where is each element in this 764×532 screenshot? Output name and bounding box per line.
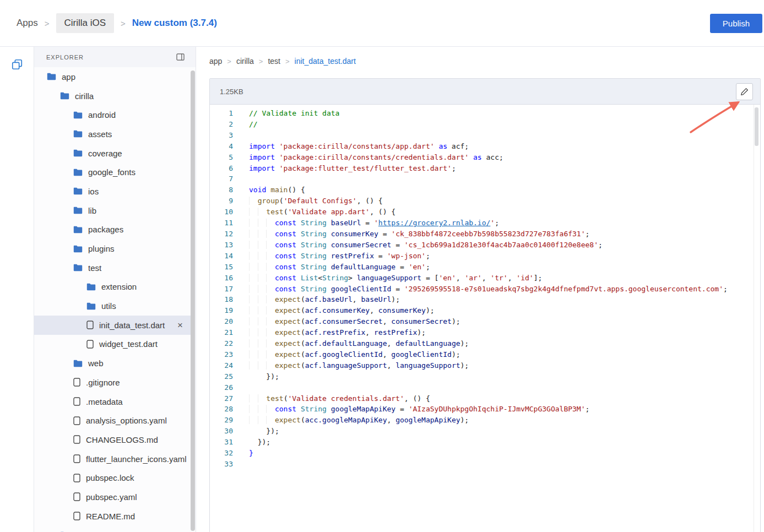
file-crumb-init-data-test-dart[interactable]: init_data_test.dart [295, 57, 356, 66]
tree-item-label: CHANGELOGS.md [86, 435, 158, 444]
tree-item-partial[interactable] [34, 526, 191, 532]
code-line[interactable]: 1// Validate init data [210, 108, 760, 119]
code-line[interactable]: 25 }); [210, 371, 760, 382]
code-text: void main() { [249, 184, 305, 196]
tree-item-widget-test-dart[interactable]: widget_test.dart [34, 335, 191, 354]
code-line[interactable]: 3 [210, 130, 760, 141]
code-line[interactable]: 15 const String defaultLanguage = 'en'; [210, 262, 760, 273]
code-line[interactable]: 11 const String baseUrl = 'https://groce… [210, 218, 760, 229]
code-line[interactable]: 23 expect(acf.googleClientId, googleClie… [210, 349, 760, 360]
tree-item-analysis-options-yaml[interactable]: analysis_options.yaml [34, 411, 191, 430]
activity-files-button[interactable] [10, 57, 24, 73]
tree-item-extension[interactable]: extension [34, 278, 191, 297]
code-line[interactable]: 19 expect(acf.consumerKey, consumerKey); [210, 305, 760, 316]
activity-bar [0, 47, 34, 532]
code-line[interactable]: 16 const List<String> languageSupport = … [210, 273, 760, 284]
tree-item-utils[interactable]: utils [34, 296, 191, 316]
folder-icon [73, 149, 83, 157]
folder-icon [86, 302, 96, 310]
code-line[interactable]: 8void main() { [210, 184, 760, 196]
tree-item-cirilla[interactable]: cirilla [34, 86, 191, 106]
tree-item-label: extension [101, 282, 137, 291]
code-line[interactable]: 2// [210, 119, 760, 130]
file-crumb-test[interactable]: test [268, 57, 280, 66]
code-line[interactable]: 20 expect(acf.consumerSecret, consumerSe… [210, 316, 760, 327]
code-text: expect(acc.googleMapApiKey, googleMapApi… [249, 415, 469, 426]
line-number: 5 [210, 152, 233, 163]
editor-header: 1.25KB [210, 79, 760, 105]
code-line[interactable]: 13 const String consumerSecret = 'cs_1cb… [210, 240, 760, 251]
code-text: const String googleClientId = '295269595… [249, 284, 728, 295]
tree-item-assets[interactable]: assets [34, 124, 191, 144]
tree-item-web[interactable]: web [34, 354, 191, 373]
collapse-panel-button[interactable] [175, 52, 186, 62]
copy-pages-icon [11, 58, 23, 70]
code-line[interactable]: 9 group('Default Configs', () { [210, 196, 760, 207]
code-line[interactable]: 33 [210, 459, 760, 470]
file-crumb-app[interactable]: app [209, 57, 222, 66]
tree-item-pubspec-lock[interactable]: pubspec.lock [34, 468, 191, 487]
tree-item-android[interactable]: android [34, 105, 191, 124]
code-line[interactable]: 28 const String googleMapApiKey = 'AIzaS… [210, 404, 760, 415]
publish-button[interactable]: Publish [710, 14, 762, 33]
close-icon[interactable]: × [177, 321, 183, 330]
line-number: 23 [210, 349, 233, 360]
folder-icon [73, 226, 83, 234]
line-number: 7 [210, 173, 233, 184]
code-text: const String restPrefix = 'wp-json'; [249, 251, 430, 262]
tree-item-coverage[interactable]: coverage [34, 144, 191, 163]
code-line[interactable]: 26 [210, 382, 760, 393]
code-line[interactable]: 32} [210, 448, 760, 459]
header-crumb-cirilla-ios[interactable]: Cirilla iOS [56, 13, 115, 33]
code-line[interactable]: 24 expect(acf.languageSupport, languageS… [210, 360, 760, 371]
top-bar: Apps>Cirilla iOS>New custom (3.7.4) Publ… [0, 0, 764, 47]
editor-scrollbar[interactable] [755, 107, 758, 146]
tree-item-label: pubspec.lock [86, 473, 134, 482]
code-line[interactable]: 10 test('Validate app.dart', () { [210, 207, 760, 218]
code-line[interactable]: 14 const String restPrefix = 'wp-json'; [210, 251, 760, 262]
tree-item-label: cirilla [75, 91, 94, 101]
code-line[interactable]: 21 expect(acf.restPrefix, restPrefix); [210, 327, 760, 338]
line-number: 6 [210, 163, 233, 174]
folder-icon [73, 169, 83, 176]
tree-item-pubspec-yaml[interactable]: pubspec.yaml [34, 487, 191, 507]
tree-item-packages[interactable]: packages [34, 220, 191, 240]
code-editor[interactable]: 1// Validate init data2//34import 'packa… [210, 105, 760, 532]
code-line[interactable]: 12 const String consumerKey = 'ck_838bbf… [210, 229, 760, 240]
tree-item-google-fonts[interactable]: google_fonts [34, 162, 191, 182]
code-line[interactable]: 31 }); [210, 437, 760, 448]
header-crumb-new-custom-3-7-4[interactable]: New custom (3.7.4) [132, 18, 217, 29]
code-line[interactable]: 22 expect(acf.defaultLanguage, defaultLa… [210, 338, 760, 349]
tree-item-plugins[interactable]: plugins [34, 239, 191, 258]
tree-item-gitignore[interactable]: .gitignore [34, 373, 191, 392]
tree-item-readme-md[interactable]: README.md [34, 507, 191, 526]
code-line[interactable]: 29 expect(acc.googleMapApiKey, googleMap… [210, 415, 760, 426]
code-line[interactable]: 17 const String googleClientId = '295269… [210, 284, 760, 295]
code-text: }); [249, 437, 270, 448]
code-line[interactable]: 27 test('Validate credentials.dart', () … [210, 393, 760, 404]
tree-item-flutter-launcher-icons-yaml[interactable]: flutter_launcher_icons.yaml [34, 449, 191, 469]
tree-item-ios[interactable]: ios [34, 182, 191, 201]
explorer-scrollbar[interactable] [191, 70, 195, 531]
line-number: 30 [210, 426, 233, 437]
code-line[interactable]: 30 }); [210, 426, 760, 437]
code-line[interactable]: 4import 'package:cirilla/constants/app.d… [210, 141, 760, 152]
code-line[interactable]: 5import 'package:cirilla/constants/crede… [210, 152, 760, 163]
line-number: 18 [210, 294, 233, 305]
code-line[interactable]: 7 [210, 173, 760, 184]
tree-item-test[interactable]: test [34, 258, 191, 278]
pencil-icon [740, 88, 749, 96]
tree-item-metadata[interactable]: .metadata [34, 392, 191, 411]
code-text: test('Validate app.dart', () { [249, 207, 395, 218]
tree-item-lib[interactable]: lib [34, 201, 191, 220]
header-crumb-apps[interactable]: Apps [17, 18, 38, 29]
code-line[interactable]: 18 expect(acf.baseUrl, baseUrl); [210, 294, 760, 305]
tree-item-init-data-test-dart[interactable]: init_data_test.dart× [34, 316, 191, 335]
file-crumb-cirilla[interactable]: cirilla [236, 57, 254, 66]
edit-button[interactable] [736, 83, 753, 100]
folder-icon [73, 245, 83, 253]
explorer-panel: EXPLORER appcirillaandroidassetscoverage… [34, 47, 196, 532]
code-line[interactable]: 6import 'package:flutter_test/flutter_te… [210, 163, 760, 174]
tree-item-changelogs-md[interactable]: CHANGELOGS.md [34, 430, 191, 449]
tree-item-app[interactable]: app [34, 67, 191, 86]
